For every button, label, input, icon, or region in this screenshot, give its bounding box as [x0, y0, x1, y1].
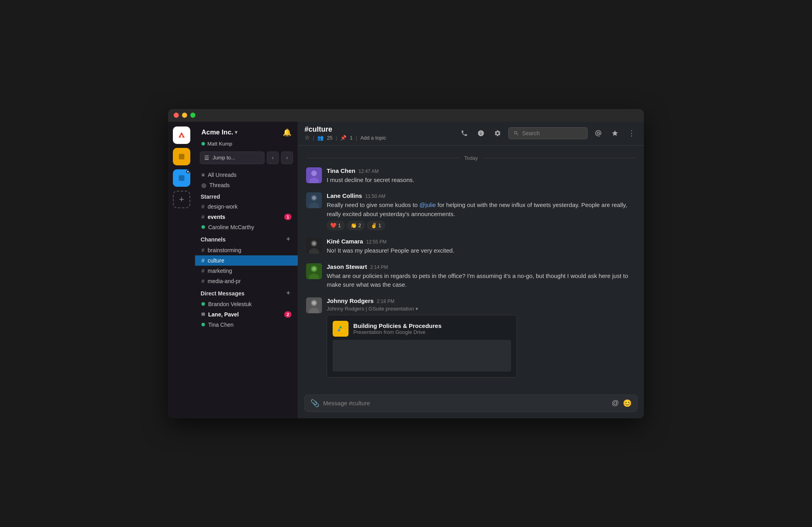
message-content: Tina Chen 12:47 AM I must decline for se…: [327, 167, 636, 185]
sidebar-item-threads[interactable]: ◎ Threads: [195, 180, 298, 190]
channel-hash-icon: #: [201, 278, 205, 284]
message-content: Johnny Rodgers 2:18 PM Johnny Rodgers | …: [327, 297, 636, 378]
titlebar: [168, 109, 644, 122]
channel-label: culture: [208, 257, 224, 264]
phone-icon: [461, 130, 468, 137]
mention-julie: @julie: [419, 201, 436, 208]
sidebar-item-lane-pavel[interactable]: ✉ Lane, Pavel 2: [195, 309, 298, 320]
starred-messages-button[interactable]: [609, 127, 621, 139]
lane-avatar-image: [306, 192, 322, 208]
at-mention-input-icon[interactable]: @: [612, 399, 619, 408]
svg-point-22: [312, 301, 316, 305]
events-badge: 1: [284, 214, 291, 220]
sidebar-item-design-work[interactable]: # design-work: [195, 201, 298, 212]
avatar-johnny-rodgers: [306, 297, 322, 313]
chat-area: #culture ☆ | 👥 25 | 📌 1 | Add a topic: [298, 122, 644, 418]
lane-pavel-badge: 2: [284, 311, 291, 318]
search-placeholder: Search: [522, 130, 540, 136]
gear-icon: [494, 130, 501, 137]
add-workspace-button[interactable]: +: [173, 191, 190, 208]
user-name: Matt Kump: [207, 141, 232, 147]
call-button[interactable]: [458, 127, 470, 139]
drive-icon: [333, 321, 349, 337]
google-drive-icon: [336, 324, 345, 333]
unread-dot: [186, 170, 190, 173]
sidebar-item-events[interactable]: # events 1: [195, 212, 298, 222]
at-mention-button[interactable]: [592, 127, 604, 139]
sidebar-item-brandon-velestuk[interactable]: Brandon Velestuk: [195, 299, 298, 309]
message-text: No! It was my pleasure! People are very …: [327, 246, 636, 255]
message-johnny-rodgers: Johnny Rodgers 2:18 PM Johnny Rodgers | …: [306, 297, 636, 378]
jump-to-button[interactable]: ☰ Jump to...: [200, 151, 264, 164]
dm-label: Lane, Pavel: [208, 311, 239, 318]
jason-avatar-image: [306, 263, 322, 279]
app-window: + Acme Inc. ▾ 🔔 Matt Kump ☰ Jump to...: [168, 109, 644, 418]
sidebar-item-all-unreads[interactable]: ≡ All Unreads: [195, 170, 298, 180]
drive-card-title: Building Policies & Procedures: [353, 322, 442, 329]
nav-forward-button[interactable]: ›: [281, 151, 293, 164]
header-icons: Search ⋮: [458, 127, 638, 139]
add-topic-button[interactable]: Add a topic: [360, 135, 386, 141]
svg-point-14: [312, 241, 316, 245]
dm-section-header: Direct Messages +: [195, 286, 298, 299]
workspace-acme[interactable]: [173, 126, 190, 144]
more-options-button[interactable]: ⋮: [626, 127, 638, 139]
pin-icon: 📌: [340, 135, 347, 141]
dm-section-title: Direct Messages: [201, 290, 245, 297]
workspace-name[interactable]: Acme Inc. ▾: [201, 128, 237, 136]
sidebar-item-culture[interactable]: # culture: [195, 255, 298, 266]
reaction-peace[interactable]: ✌️ 1: [367, 221, 385, 230]
close-button[interactable]: [174, 113, 179, 118]
drive-card-subtitle: Presentation from Google Drive: [353, 329, 442, 335]
workspace-bar: +: [168, 122, 195, 418]
search-box[interactable]: Search: [508, 127, 588, 139]
channel-title-group: #culture ☆ | 👥 25 | 📌 1 | Add a topic: [304, 125, 454, 141]
notifications-bell-icon[interactable]: 🔔: [283, 128, 291, 137]
sidebar-item-caroline-mccarthy[interactable]: Caroline McCarthy: [195, 222, 298, 232]
user-status: Matt Kump: [195, 141, 298, 151]
workspace-2[interactable]: [173, 148, 190, 165]
channel-hash-icon: #: [201, 247, 205, 253]
dm-status-dot: [201, 225, 205, 229]
settings-button[interactable]: [492, 127, 504, 139]
sidebar-item-marketing[interactable]: # marketing: [195, 266, 298, 276]
info-button[interactable]: [475, 127, 487, 139]
message-input-box[interactable]: 📎 Message #culture @ 😊: [304, 395, 638, 412]
drive-card[interactable]: Building Policies & Procedures Presentat…: [327, 315, 517, 378]
add-dm-button[interactable]: +: [284, 289, 292, 297]
add-channel-button[interactable]: +: [284, 236, 292, 243]
minimize-button[interactable]: [182, 113, 187, 118]
message-header: Johnny Rodgers 2:18 PM: [327, 297, 636, 304]
star-icon[interactable]: ☆: [304, 134, 310, 141]
workspace-3[interactable]: [173, 169, 190, 187]
message-time: 2:18 PM: [377, 299, 395, 304]
channel-hash-icon: #: [201, 268, 205, 274]
all-unreads-label: All Unreads: [208, 172, 236, 178]
channel-header-column: #culture ☆ | 👥 25 | 📌 1 | Add a topic: [304, 125, 386, 141]
message-text: What are our policies in regards to pets…: [327, 272, 636, 289]
channel-label: media-and-pr: [208, 278, 241, 284]
message-text: Really need to give some kudos to @julie…: [327, 201, 636, 218]
avatar-kine-camara: [306, 238, 322, 254]
nav-back-button[interactable]: ‹: [267, 151, 279, 164]
channel-hash-icon: #: [201, 214, 205, 220]
svg-rect-2: [179, 154, 184, 159]
message-reactions: ❤️ 1 👏 2 ✌️ 1: [327, 221, 636, 230]
sidebar-item-brainstorming[interactable]: # brainstorming: [195, 245, 298, 255]
sidebar-item-tina-chen[interactable]: Tina Chen: [195, 320, 298, 330]
emoji-input-icon[interactable]: 😊: [623, 399, 632, 408]
dm-status-dot: [201, 323, 205, 326]
attach-icon[interactable]: 📎: [310, 399, 319, 408]
drive-card-header: Building Policies & Procedures Presentat…: [333, 321, 511, 337]
message-time: 2:14 PM: [370, 264, 388, 270]
message-author: Lane Collins: [327, 192, 362, 199]
sidebar-item-media-and-pr[interactable]: # media-and-pr: [195, 276, 298, 286]
message-author: Kiné Camara: [327, 238, 363, 245]
dm-label: Brandon Velestuk: [208, 301, 252, 307]
members-icon: 👥: [317, 135, 324, 141]
svg-rect-1: [181, 135, 182, 138]
online-status-dot: [201, 142, 205, 146]
reaction-heart[interactable]: ❤️ 1: [327, 221, 345, 230]
reaction-clap[interactable]: 👏 2: [347, 221, 365, 230]
maximize-button[interactable]: [190, 113, 195, 118]
